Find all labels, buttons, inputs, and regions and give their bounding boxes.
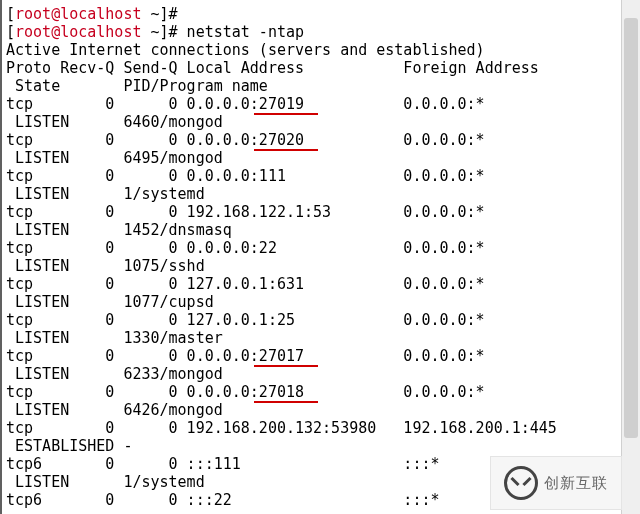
highlight-underline [254, 113, 318, 115]
watermark-text: 创新互联 [544, 474, 608, 492]
highlight-underline [254, 365, 318, 367]
watermark-logo-icon [504, 466, 538, 500]
window-left-border [0, 0, 2, 514]
watermark-badge: 创新互联 [490, 456, 622, 510]
terminal-output[interactable]: [root@localhost ~]# [root@localhost ~]# … [6, 5, 557, 514]
scrollbar-thumb[interactable] [624, 18, 638, 438]
highlight-underline [254, 149, 318, 151]
highlight-underline [254, 401, 318, 403]
vertical-scrollbar[interactable] [621, 0, 640, 514]
prompt-user-host: root@localhost [15, 23, 141, 41]
prompt-user-host: root@localhost [15, 5, 141, 23]
